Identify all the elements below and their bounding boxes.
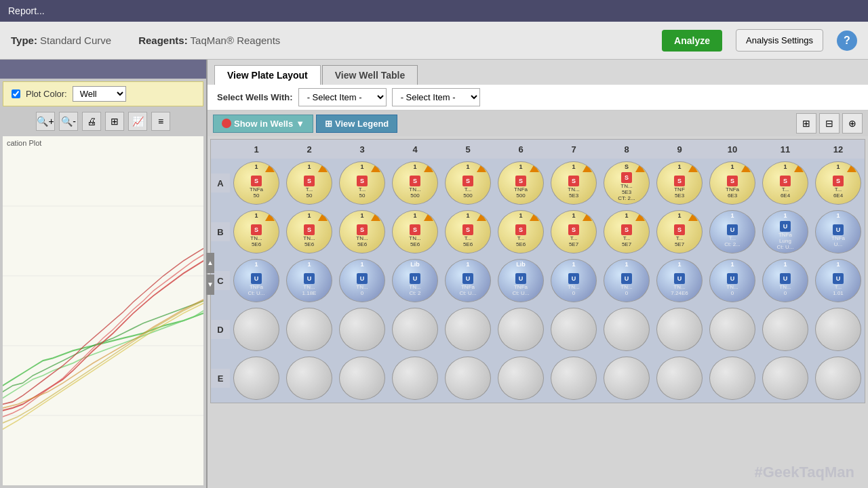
well-E7[interactable] <box>547 354 600 403</box>
well-E9[interactable] <box>653 354 706 403</box>
well-C6[interactable]: LibUTNFa Ct: U... <box>494 256 547 305</box>
export-button[interactable]: ⊞ <box>105 112 124 131</box>
tab-well-table[interactable]: View Well Table <box>322 65 418 85</box>
well-E10[interactable] <box>706 354 759 403</box>
well-E8[interactable] <box>600 354 653 403</box>
well-A11[interactable]: 1ST... 6E4 <box>759 159 812 207</box>
well-E1[interactable] <box>230 354 283 403</box>
well-text: T... 5E7 <box>569 236 578 248</box>
well-B7[interactable]: 1ST... 5E7 <box>547 207 600 256</box>
watermark: #GeekTaqMan <box>754 464 854 481</box>
well-inner-D5 <box>445 308 491 351</box>
collapse-down-button[interactable]: ▼ <box>206 274 214 295</box>
well-C5[interactable]: 1UTNFa Ct: U... <box>441 256 494 305</box>
well-C2[interactable]: 1UTN... 1.18E <box>283 256 336 305</box>
well-C10[interactable]: 1UTN... 0 <box>706 256 759 305</box>
chart-view-button[interactable]: 📈 <box>128 112 147 131</box>
well-D1[interactable] <box>230 305 283 354</box>
tab-plate-layout[interactable]: View Plate Layout <box>214 65 321 85</box>
well-A6[interactable]: 1STNFa 500 <box>494 159 547 207</box>
well-text: T... 50 <box>306 187 313 199</box>
well-A10[interactable]: 1STNFa 6E3 <box>706 159 759 207</box>
grid-add-button[interactable]: ⊕ <box>842 113 863 134</box>
select-item-dropdown-1[interactable]: - Select Item - <box>298 88 387 106</box>
well-D8[interactable] <box>600 305 653 354</box>
well-B5[interactable]: 1ST... 5E6 <box>441 207 494 256</box>
well-D2[interactable] <box>283 305 336 354</box>
well-C4[interactable]: LibUTN... Ct: 2 <box>389 256 441 305</box>
well-D7[interactable] <box>547 305 600 354</box>
well-B6[interactable]: 1ST... 5E6 <box>494 207 547 256</box>
well-E2[interactable] <box>283 354 336 403</box>
well-C11[interactable]: 1UTN... 0 <box>759 256 812 305</box>
well-D3[interactable] <box>336 305 389 354</box>
plate-container[interactable]: 123456789101112A1STNFa 501ST... 501ST...… <box>208 136 868 488</box>
well-C7[interactable]: 1UTN... 0 <box>547 256 600 305</box>
select-item-dropdown-2[interactable]: - Select Item - <box>392 88 480 106</box>
well-C9[interactable]: 1UTN... 7.24E6 <box>653 256 706 305</box>
well-A12[interactable]: 1ST... 6E4 <box>812 159 865 207</box>
well-A1[interactable]: 1STNFa 50 <box>230 159 283 207</box>
well-E12[interactable] <box>812 354 865 403</box>
well-C3[interactable]: 1UTN... 0 <box>336 256 389 305</box>
well-B9[interactable]: 1ST... 5E7 <box>653 207 706 256</box>
well-D9[interactable] <box>653 305 706 354</box>
well-inner-D2 <box>286 308 332 351</box>
help-button[interactable]: ? <box>837 30 857 51</box>
well-text: TNFa Ct: U... <box>460 285 477 297</box>
well-text: TNFa 500 <box>514 187 528 199</box>
analyze-button[interactable]: Analyze <box>662 30 722 52</box>
well-D12[interactable] <box>812 305 865 354</box>
zoom-in-button[interactable]: 🔍+ <box>36 112 55 131</box>
well-D10[interactable] <box>706 305 759 354</box>
well-A3[interactable]: 1ST... 50 <box>336 159 389 207</box>
well-B3[interactable]: 1STN... 5E6 <box>336 207 389 256</box>
well-inner-D11 <box>762 308 808 351</box>
well-A8[interactable]: SSTN... 5E3 CT: 2... <box>600 159 653 207</box>
well-A5[interactable]: 1ST... 500 <box>441 159 494 207</box>
well-B10[interactable]: 1UT... Ct: 2... <box>706 207 759 256</box>
well-E5[interactable] <box>441 354 494 403</box>
well-A9[interactable]: 1STNF 5E3 <box>653 159 706 207</box>
well-D5[interactable] <box>441 305 494 354</box>
analysis-settings-button[interactable]: Analysis Settings <box>736 29 823 52</box>
well-E11[interactable] <box>759 354 812 403</box>
view-legend-button[interactable]: ⊞ View Legend <box>316 115 397 133</box>
well-s-icon: S <box>727 176 738 186</box>
well-B12[interactable]: 1UTNFa U... <box>812 207 865 256</box>
well-B8[interactable]: 1ST... 5E7 <box>600 207 653 256</box>
well-inner-C5: 1UTNFa Ct: U... <box>445 259 491 302</box>
well-A7[interactable]: 1STN... 5E3 <box>547 159 600 207</box>
well-badge: 1 <box>360 212 363 219</box>
plot-color-select[interactable]: Well Sample Target <box>73 86 126 102</box>
col-header-4: 4 <box>389 140 441 159</box>
well-D4[interactable] <box>389 305 441 354</box>
show-in-wells-button[interactable]: Show in Wells ▼ <box>213 115 313 133</box>
well-B11[interactable]: 1UTNFa Lung Ct: U... <box>759 207 812 256</box>
list-view-button[interactable]: ≡ <box>151 112 170 131</box>
triangle-icon <box>424 164 433 172</box>
well-D6[interactable] <box>494 305 547 354</box>
zoom-out-button[interactable]: 🔍- <box>59 112 78 131</box>
well-C12[interactable]: 1UT... 1.01 <box>812 256 865 305</box>
well-E3[interactable] <box>336 354 389 403</box>
print-button[interactable]: 🖨 <box>82 112 101 131</box>
plot-color-checkbox[interactable] <box>12 89 20 98</box>
well-C8[interactable]: 1UTN... 0 <box>600 256 653 305</box>
well-inner-D12 <box>815 308 861 351</box>
well-B4[interactable]: 1STN... 5E6 <box>389 207 441 256</box>
well-inner-E5 <box>445 357 491 400</box>
collapse-up-button[interactable]: ▲ <box>206 253 214 273</box>
well-D11[interactable] <box>759 305 812 354</box>
grid-deselect-button[interactable]: ⊟ <box>819 113 840 134</box>
well-inner-D9 <box>656 308 703 351</box>
grid-select-button[interactable]: ⊞ <box>796 113 816 134</box>
well-B2[interactable]: 1STN... 5E6 <box>283 207 336 256</box>
well-E4[interactable] <box>389 354 441 403</box>
well-A2[interactable]: 1ST... 50 <box>283 159 336 207</box>
well-C1[interactable]: 1UTNFa Ct: U... <box>230 256 283 305</box>
well-badge: 1 <box>625 212 628 219</box>
well-B1[interactable]: 1STN... 5E6 <box>230 207 283 256</box>
well-E6[interactable] <box>494 354 547 403</box>
well-A4[interactable]: 1STN... 500 <box>389 159 441 207</box>
